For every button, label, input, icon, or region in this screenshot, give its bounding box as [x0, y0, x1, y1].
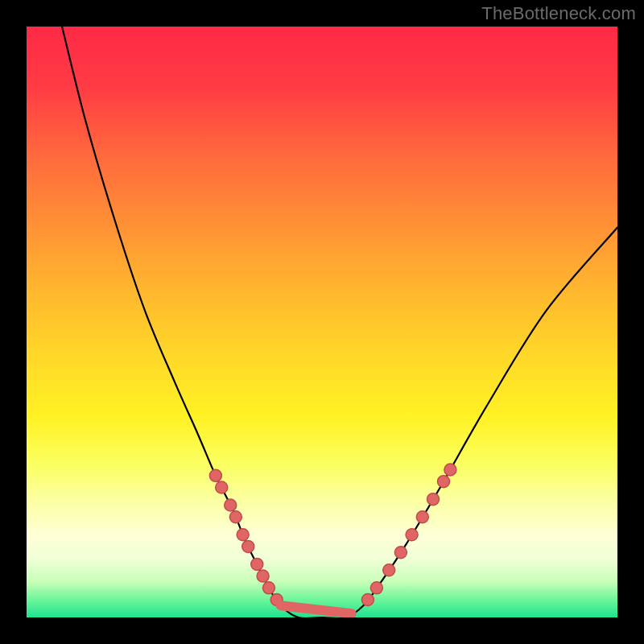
highlight-dot	[394, 547, 407, 559]
plot-area	[27, 27, 617, 617]
highlight-dot	[216, 481, 228, 493]
highlight-dot	[262, 582, 275, 594]
highlight-dot	[361, 593, 374, 605]
highlight-dot	[242, 540, 254, 552]
highlight-dot	[383, 564, 395, 576]
highlight-dot	[225, 499, 237, 511]
watermark-text: TheBottleneck.com	[481, 3, 636, 24]
highlight-dot	[444, 464, 456, 476]
bottleneck-curve	[62, 27, 617, 617]
highlight-dot	[406, 529, 418, 541]
highlight-dot	[251, 558, 263, 570]
highlight-dot	[437, 476, 449, 488]
curve-svg	[27, 27, 617, 617]
highlight-dot	[257, 570, 269, 582]
highlight-dot	[416, 511, 428, 523]
highlight-dot	[229, 511, 242, 523]
highlight-dot	[237, 529, 249, 541]
highlight-dot	[209, 469, 221, 481]
highlight-dot	[370, 582, 382, 594]
highlight-dots	[209, 464, 456, 605]
bottom-flat-highlight	[281, 605, 352, 613]
highlight-dot	[427, 493, 439, 506]
chart-container: TheBottleneck.com	[0, 0, 644, 644]
